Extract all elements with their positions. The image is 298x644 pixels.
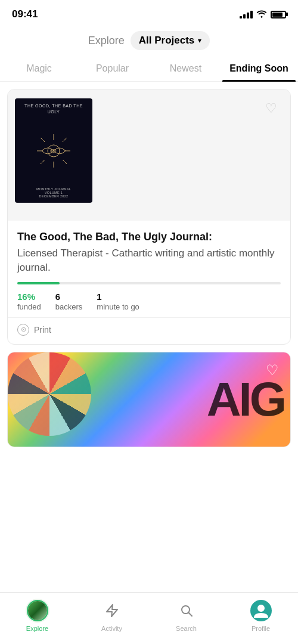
backers-value: 6	[55, 292, 83, 302]
project-card-2[interactable]: AIG ♡	[7, 352, 291, 447]
card-title: The Good, The Bad, The Ugly Journal:	[17, 230, 281, 244]
wifi-icon	[256, 10, 267, 20]
book-cover: The Good, The Bad The Ugly	[15, 98, 92, 203]
backers-stat: 6 backers	[55, 292, 83, 311]
profile-nav-label: Profile	[252, 625, 270, 632]
cover-art-symbol	[36, 115, 72, 187]
nav-item-activity[interactable]: Activity	[94, 599, 130, 632]
like-button-1[interactable]: ♡	[260, 98, 282, 119]
funded-value: 16%	[17, 292, 41, 302]
projects-dropdown[interactable]: All Projects ▾	[131, 31, 210, 50]
cover-bottom-text: Monthly JournalVolume 1December 2022	[36, 187, 71, 198]
bottom-nav: Explore Activity Search Profile	[0, 592, 298, 644]
funded-stat: 16% funded	[17, 292, 41, 311]
svg-line-13	[188, 613, 192, 617]
chevron-down-icon: ▾	[198, 36, 201, 45]
progress-fill	[17, 282, 60, 284]
svg-line-6	[63, 138, 67, 142]
nav-item-profile[interactable]: Profile	[243, 599, 279, 632]
second-card-background: AIG	[8, 352, 290, 447]
nav-item-search[interactable]: Search	[169, 599, 204, 632]
search-nav-icon	[175, 599, 198, 623]
heart-icon-2: ♡	[266, 362, 279, 379]
explore-nav-label: Explore	[26, 625, 48, 632]
status-icons	[240, 10, 286, 20]
search-nav-label: Search	[176, 625, 197, 632]
time-label: minute to go	[97, 302, 139, 311]
card-subtitle: Licensed Therapist - Cathartic writing a…	[17, 246, 281, 275]
explore-label: Explore	[88, 35, 125, 47]
project-card-1[interactable]: The Good, The Bad The Ugly	[7, 89, 291, 345]
status-bar: 09:41	[0, 0, 298, 26]
activity-nav-label: Activity	[101, 625, 122, 632]
category-tag: ⊙ Print	[8, 317, 290, 344]
tab-ending-soon[interactable]: Ending Soon	[222, 57, 296, 81]
svg-marker-11	[107, 605, 117, 617]
tab-newest[interactable]: Newest	[149, 57, 222, 81]
progress-stats: 16% funded 6 backers 1 minute to go	[17, 292, 281, 311]
tab-magic[interactable]: Magic	[2, 57, 76, 81]
category-text: Print	[34, 325, 51, 335]
battery-icon	[271, 11, 286, 18]
heart-icon: ♡	[265, 101, 277, 116]
time-stat: 1 minute to go	[97, 292, 139, 311]
svg-line-4	[41, 138, 45, 142]
category-tabs: Magic Popular Newest Ending Soon	[0, 57, 298, 82]
like-button-2[interactable]: ♡	[262, 360, 283, 381]
profile-nav-icon	[249, 599, 273, 623]
tab-popular[interactable]: Popular	[76, 57, 149, 81]
status-time: 09:41	[12, 8, 38, 20]
backers-label: backers	[55, 302, 83, 311]
nav-item-explore[interactable]: Explore	[20, 599, 55, 632]
dropdown-text: All Projects	[139, 35, 195, 47]
progress-bar	[17, 282, 281, 284]
category-icon: ⊙	[17, 324, 29, 336]
svg-line-7	[41, 160, 45, 164]
header: Explore All Projects ▾	[0, 26, 298, 57]
explore-nav-icon	[26, 599, 49, 623]
mosaic-circle	[8, 352, 91, 436]
card-body: The Good, The Bad, The Ugly Journal: Lic…	[8, 221, 290, 282]
activity-nav-icon	[100, 599, 124, 623]
svg-point-10	[53, 150, 54, 151]
signal-icon	[240, 11, 253, 18]
card-image-section: The Good, The Bad The Ugly	[8, 89, 290, 221]
funded-label: funded	[17, 302, 41, 311]
project-list: The Good, The Bad The Ugly	[0, 82, 298, 454]
cover-top-text: The Good, The Bad The Ugly	[18, 103, 89, 115]
svg-line-5	[63, 160, 67, 164]
svg-point-15	[257, 605, 265, 612]
progress-section: 16% funded 6 backers 1 minute to go	[8, 282, 290, 317]
time-value: 1	[97, 292, 139, 302]
